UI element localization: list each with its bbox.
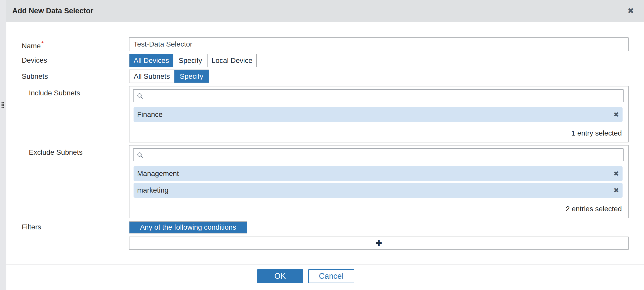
devices-label: Devices [22,56,47,64]
name-label-text: Name [22,42,41,50]
exclude-subnet-entry[interactable]: marketing ✖ [134,183,623,198]
filters-label: Filters [22,223,41,231]
include-subnets-panel: Finance ✖ 1 entry selected [129,86,629,142]
include-subnets-search[interactable] [133,89,624,102]
include-subnets-summary: 1 entry selected [571,129,622,137]
exclude-subnet-entry[interactable]: Management ✖ [134,166,623,181]
include-subnet-entry[interactable]: Finance ✖ [134,107,623,122]
add-icon[interactable]: ✚ [376,239,382,247]
ok-button[interactable]: OK [257,269,303,283]
include-subnets-search-input[interactable] [146,92,620,100]
devices-option-specify[interactable]: Specify [173,54,207,67]
remove-entry-icon[interactable]: ✖ [613,170,619,177]
search-icon [137,152,143,158]
footer-divider [6,264,644,264]
required-asterisk: * [41,40,44,47]
name-label: Name* [22,40,44,50]
dialog-title: Add New Data Selector [12,0,93,22]
dialog-header: Add New Data Selector ✖ [6,0,644,22]
add-filter-row[interactable]: ✚ [129,237,629,250]
search-icon [137,93,143,99]
exclude-subnet-entry-label: marketing [137,186,613,194]
subnets-label: Subnets [22,72,48,81]
remove-entry-icon[interactable]: ✖ [613,187,619,194]
exclude-subnet-entry-label: Management [137,170,613,178]
subnets-button-group: All Subnets Specify [129,70,209,83]
filters-condition-button[interactable]: Any of the following conditions [129,221,247,233]
include-subnet-entry-label: Finance [137,110,613,119]
exclude-subnets-summary: 2 entries selected [566,205,622,213]
include-subnets-label: Include Subnets [29,89,80,97]
name-input[interactable] [129,37,629,51]
exclude-subnets-label: Exclude Subnets [29,148,82,157]
devices-option-all-devices[interactable]: All Devices [129,54,173,67]
drag-handle-icon[interactable] [2,102,4,108]
devices-button-group: All Devices Specify Local Device [129,54,257,67]
remove-entry-icon[interactable]: ✖ [613,111,619,118]
exclude-subnets-search-input[interactable] [146,151,620,159]
add-data-selector-dialog: { "dialog": { "title": "Add New Data Sel… [0,0,644,290]
exclude-subnets-panel: Management ✖ marketing ✖ 2 entries selec… [129,145,629,218]
exclude-subnets-search[interactable] [133,148,624,161]
cancel-button[interactable]: Cancel [308,269,354,283]
subnets-option-all-subnets[interactable]: All Subnets [129,70,174,83]
left-rail [0,0,6,290]
close-icon[interactable]: ✖ [627,0,634,22]
subnets-option-specify[interactable]: Specify [174,70,209,83]
devices-option-local-device[interactable]: Local Device [207,54,256,67]
